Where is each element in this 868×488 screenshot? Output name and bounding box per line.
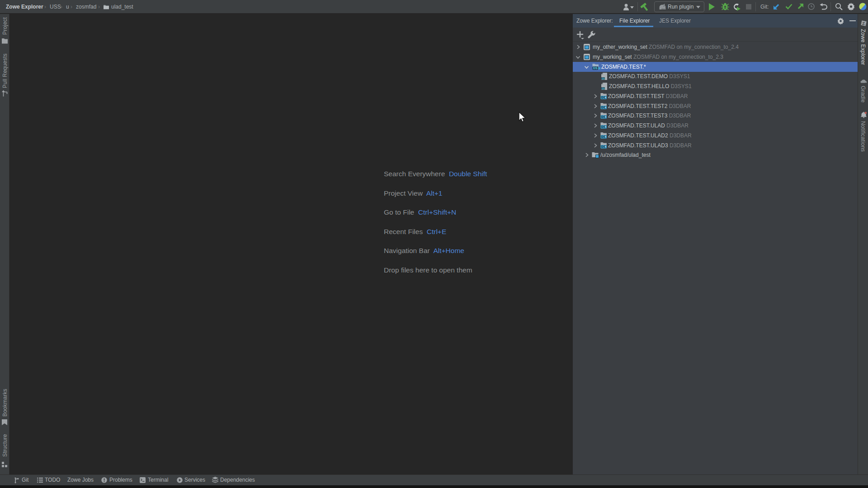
svg-text:DS: DS [602, 88, 605, 90]
svg-text:Z: Z [862, 21, 865, 26]
svg-text:DS: DS [602, 78, 605, 80]
svg-text:DS: DS [593, 66, 598, 70]
